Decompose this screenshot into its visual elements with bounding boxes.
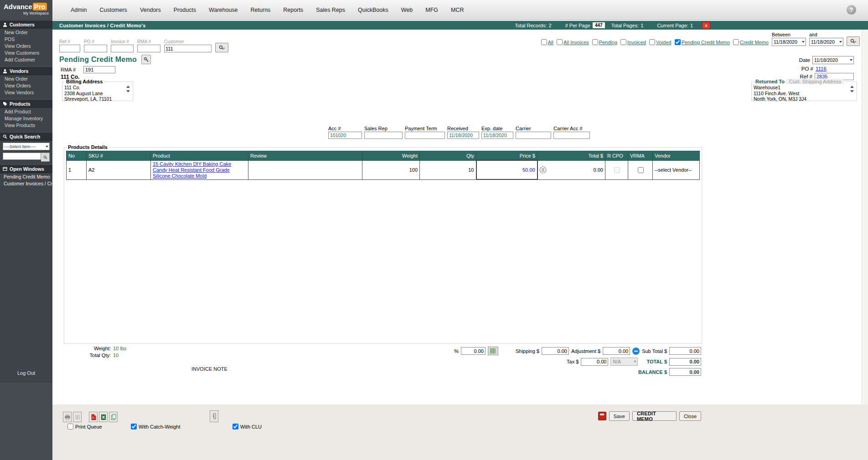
quick-search-button[interactable] xyxy=(41,153,50,162)
scroll-down-icon[interactable] xyxy=(850,90,854,92)
quick-search-input[interactable] xyxy=(3,153,41,160)
percent-input[interactable] xyxy=(461,347,486,355)
payment-term-input[interactable] xyxy=(405,132,445,139)
filter-invoiced-label[interactable]: Invoiced xyxy=(627,40,646,45)
carrier-input[interactable] xyxy=(516,132,551,139)
filter-all-checkbox[interactable] xyxy=(541,39,547,45)
nav-sales-reps[interactable]: Sales Reps xyxy=(316,7,345,13)
sidebar-section-products[interactable]: Products xyxy=(0,99,52,108)
nav-mcr[interactable]: MCR xyxy=(451,7,464,13)
sidebar-item-view-vendors[interactable]: View Vendors xyxy=(0,89,52,96)
list-circle-icon[interactable] xyxy=(539,166,547,174)
nav-warehouse[interactable]: Warehouse xyxy=(209,7,238,13)
rma-input[interactable] xyxy=(83,66,115,73)
filter-all-invoices-checkbox[interactable] xyxy=(557,39,563,45)
exp-date-input[interactable] xyxy=(481,132,513,139)
sidebar-item-add-customer[interactable]: Add Customer xyxy=(0,56,52,63)
copy-icon[interactable] xyxy=(109,412,118,422)
received-input[interactable] xyxy=(447,132,479,139)
subtotal-input[interactable] xyxy=(669,347,701,355)
credit-memo-button[interactable]: CREDIT MEMO xyxy=(632,411,677,421)
minus-circle-icon[interactable] xyxy=(632,348,640,355)
tax-type-dropdown[interactable]: N/A xyxy=(610,358,638,366)
scroll-up-icon[interactable] xyxy=(126,86,130,88)
acc-input[interactable] xyxy=(328,132,362,139)
sidebar-section-customers[interactable]: Customers xyxy=(0,20,52,29)
wrench-icon[interactable] xyxy=(141,55,151,64)
memo-date-dropdown[interactable]: 11/18/2020 xyxy=(812,56,854,64)
catch-weight-checkbox[interactable] xyxy=(131,424,137,429)
printer-icon[interactable] xyxy=(63,412,72,422)
sidebar-item-vendor-view-orders[interactable]: View Orders xyxy=(0,82,52,89)
logout-button[interactable]: Log Out xyxy=(0,370,52,376)
open-window-pending-credit-memo[interactable]: Pending Credit Memo xyxy=(0,173,52,180)
nav-vendors[interactable]: Vendors xyxy=(140,7,161,13)
carrier-acc-input[interactable] xyxy=(553,132,590,139)
nav-admin[interactable]: Admin xyxy=(71,7,87,13)
nav-returns[interactable]: Returns xyxy=(251,7,271,13)
filter-credit-memo-label[interactable]: Credit Memo xyxy=(740,40,769,45)
sidebar-section-vendors[interactable]: Vendors xyxy=(0,66,52,75)
filter-credit-memo-checkbox[interactable] xyxy=(733,39,739,45)
sidebar-item-vendor-new-order[interactable]: New Order xyxy=(0,75,52,82)
date-to-dropdown[interactable]: 11/18/2020 xyxy=(809,38,843,46)
date-from-dropdown[interactable]: 11/18/2020 xyxy=(772,38,806,46)
nav-quickbooks[interactable]: QuickBooks xyxy=(358,7,388,13)
nav-mfg[interactable]: MFG xyxy=(425,7,438,13)
sidebar-item-pos[interactable]: POS xyxy=(0,36,52,42)
sidebar-item-view-products[interactable]: View Products xyxy=(0,122,52,128)
scroll-up-icon[interactable] xyxy=(850,86,854,88)
sales-rep-input[interactable] xyxy=(364,132,403,139)
shipping-input[interactable] xyxy=(542,347,569,355)
note-icon[interactable] xyxy=(73,412,82,422)
filter-all-invoices-label[interactable]: All Invoices xyxy=(563,40,589,45)
clu-checkbox[interactable] xyxy=(232,424,238,429)
adjustment-input[interactable] xyxy=(603,347,630,355)
nav-web[interactable]: Web xyxy=(401,7,413,13)
sidebar-item-view-orders[interactable]: View Orders xyxy=(0,42,52,49)
close-button[interactable]: Close xyxy=(679,411,701,421)
cust-shipping-address-tab[interactable]: Cust. Shipping Address xyxy=(786,79,844,84)
close-icon[interactable]: x xyxy=(702,22,710,29)
print-queue-checkbox[interactable] xyxy=(67,424,73,429)
filter-voided-label[interactable]: Voided xyxy=(656,40,672,45)
po-number-link[interactable]: 1116 xyxy=(816,66,827,72)
sidebar-item-new-order[interactable]: New Order xyxy=(0,29,52,36)
per-page-input[interactable] xyxy=(593,22,605,28)
filter-invoiced-checkbox[interactable] xyxy=(620,39,626,45)
quick-search-item-select[interactable]: ----Select Item---- xyxy=(3,143,50,150)
price-input-cell[interactable]: 50.00 xyxy=(476,160,537,179)
filter-all-label[interactable]: All xyxy=(548,40,553,45)
scroll-down-icon[interactable] xyxy=(126,90,130,92)
scrollbar-track[interactable] xyxy=(862,30,868,404)
sidebar-item-manage-inventory[interactable]: Manage Inventory xyxy=(0,115,52,122)
nav-reports[interactable]: Reports xyxy=(283,7,303,13)
pdf-icon[interactable]: A xyxy=(89,412,98,422)
nav-customers[interactable]: Customers xyxy=(99,7,127,13)
filter-pending-credit-memo-label[interactable]: Pending Credit Memo xyxy=(682,40,730,45)
open-window-customer-invoices[interactable]: Customer Invoices / Cre xyxy=(0,180,52,187)
help-icon[interactable]: ? xyxy=(847,5,856,15)
tax-input[interactable] xyxy=(581,358,608,366)
po-search-input[interactable] xyxy=(84,45,107,52)
rma-search-input[interactable] xyxy=(137,45,160,52)
filter-pending-credit-memo-checkbox[interactable] xyxy=(675,39,681,45)
balance-input[interactable] xyxy=(669,368,701,376)
sidebar-item-view-customers[interactable]: View Customers xyxy=(0,49,52,56)
filter-pending-checkbox[interactable] xyxy=(592,39,598,45)
customer-search-input[interactable] xyxy=(164,45,212,52)
invoice-search-input[interactable] xyxy=(111,45,134,52)
sidebar-section-open-windows[interactable]: Open Windows xyxy=(0,164,52,173)
filter-voided-checkbox[interactable] xyxy=(649,39,655,45)
vendor-select-cell[interactable]: --select Vendor-- xyxy=(653,160,700,179)
sidebar-section-quick-search[interactable]: Quick Search xyxy=(0,132,52,141)
record-search-button[interactable] xyxy=(215,43,228,52)
excel-icon[interactable] xyxy=(99,412,108,422)
paperclip-icon[interactable] xyxy=(210,410,218,422)
sidebar-item-add-product[interactable]: Add Product xyxy=(0,108,52,115)
product-link[interactable]: 15 Cavity Kitchen DIY Baking Cake Candy … xyxy=(153,161,246,179)
save-button[interactable]: Save xyxy=(609,411,630,421)
filter-pending-label[interactable]: Pending xyxy=(599,40,617,45)
ref-search-input[interactable] xyxy=(59,45,80,52)
calculator-icon[interactable] xyxy=(488,347,498,355)
